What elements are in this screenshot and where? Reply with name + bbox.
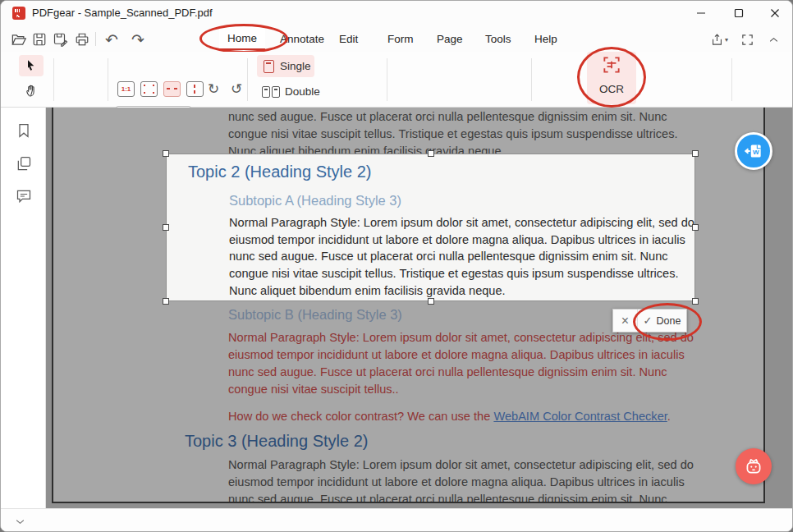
actual-size-button[interactable]: 1:1: [117, 81, 135, 97]
collapse-toolbar-button[interactable]: [764, 30, 782, 48]
subtopic-b-heading: Subtopic B (Heading Style 3): [228, 307, 402, 323]
text-line: eiusmod tempor incididunt ut labore et d…: [228, 346, 694, 364]
quick-print-button[interactable]: [73, 30, 91, 48]
selection-handle-se[interactable]: [692, 298, 699, 305]
maximize-button[interactable]: [720, 1, 757, 25]
rotate-cw-icon: ↻: [208, 80, 219, 97]
robot-icon: [743, 456, 764, 477]
check-icon: ✓: [644, 314, 653, 327]
cursor-arrow-icon: [25, 59, 38, 72]
fullscreen-icon: [740, 33, 754, 47]
minimize-icon: [696, 8, 706, 18]
subtopic-a-heading: Subtopic A (Heading Style 3): [229, 193, 401, 209]
fit-width-button[interactable]: [163, 81, 181, 97]
text-line: congue nisi vitae suscipit tellus..: [228, 381, 694, 398]
topic-2-heading: Topic 2 (Heading Style 2): [188, 163, 371, 181]
text-line: nunc sed augue. Fusce ut placerat orci n…: [228, 491, 694, 503]
selection-handle-w[interactable]: [163, 224, 169, 231]
webaim-link[interactable]: WebAIM Color Contrast Checker: [493, 410, 667, 423]
rotate-ccw-icon: ↺: [231, 80, 242, 97]
thumbnails-panel-button[interactable]: [16, 155, 32, 172]
selection-handle-e[interactable]: [692, 224, 699, 231]
hand-tool-button[interactable]: [19, 80, 44, 101]
undo-icon: ↶: [105, 30, 118, 48]
fit-page-button[interactable]: [140, 81, 158, 97]
select-tool-button[interactable]: [19, 55, 44, 76]
maximize-icon: [734, 8, 744, 18]
tab-tools[interactable]: Tools: [477, 27, 520, 50]
selection-handle-n[interactable]: [428, 150, 434, 157]
divider: [531, 58, 532, 101]
open-file-button[interactable]: [9, 30, 27, 48]
selection-handle-s[interactable]: [428, 298, 434, 305]
ocr-cancel-button[interactable]: ×: [613, 310, 638, 332]
document-canvas[interactable]: nunc sed augue. Fusce ut placerat orci n…: [46, 108, 793, 508]
text-line: congue nisi vitae suscipit tellus. Trist…: [229, 265, 694, 282]
single-page-icon: [264, 60, 274, 73]
ocr-confirm-popup: × ✓ Done: [612, 309, 687, 332]
text-line: Normal Paragraph Style: Lorem ipsum dolo…: [228, 456, 694, 474]
collapse-sidebar-button[interactable]: [11, 513, 29, 530]
share-button[interactable]: ▾: [710, 30, 728, 48]
ocr-selection-region[interactable]: Topic 2 (Heading Style 2) Subtopic A (He…: [166, 154, 695, 301]
pdfgear-logo-icon: [12, 7, 25, 20]
printer-icon: [75, 32, 89, 47]
fullscreen-button[interactable]: [738, 30, 756, 48]
status-bar: 3/3 − 107% +: [1, 508, 793, 532]
rotate-clockwise-button[interactable]: ↻: [204, 80, 222, 98]
divider: [247, 58, 248, 101]
ocr-done-button[interactable]: ✓ Done: [638, 314, 686, 327]
pages-icon: [16, 155, 32, 172]
bookmarks-panel-button[interactable]: [16, 122, 32, 139]
selection-handle-nw[interactable]: [163, 150, 169, 157]
save-as-icon: [53, 32, 68, 47]
dimmed-paragraph-bottom: Normal Paragraph Style: Lorem ipsum dolo…: [228, 456, 694, 503]
text-line: Normal Paragraph Style: Lorem ipsum dolo…: [229, 214, 694, 232]
save-as-button[interactable]: [52, 30, 70, 48]
ai-assistant-fab[interactable]: [736, 448, 772, 484]
redo-button[interactable]: ↷: [129, 30, 147, 48]
window-title: PDFgear - Sample_Scanned_PDF.pdf: [32, 7, 213, 19]
chevron-down-icon: [14, 516, 26, 528]
menu-row: ↶ ↷ Home Annotate Edit Form Page Tools H…: [1, 25, 793, 52]
svg-text:W: W: [753, 149, 759, 156]
selection-handle-ne[interactable]: [692, 150, 699, 157]
close-button[interactable]: [756, 1, 793, 25]
selection-handle-sw[interactable]: [163, 298, 169, 305]
divider: [731, 58, 732, 101]
fit-height-button[interactable]: [186, 81, 204, 97]
contrast-sentence: How do we check color contrast? We can u…: [228, 408, 671, 425]
save-button[interactable]: [30, 30, 48, 48]
minimize-button[interactable]: [682, 1, 719, 25]
caret-down-icon: ▾: [725, 36, 728, 44]
open-folder-icon: [11, 32, 26, 48]
word-convert-icon: W: [743, 140, 764, 162]
double-page-button[interactable]: Double: [255, 80, 319, 103]
redo-icon: ↷: [131, 30, 144, 48]
tab-home[interactable]: Home: [219, 27, 265, 50]
tab-annotate[interactable]: Annotate: [272, 27, 332, 50]
divider: [108, 58, 108, 101]
tab-help[interactable]: Help: [526, 27, 566, 50]
tab-form[interactable]: Form: [379, 27, 422, 50]
text-line: nunc sed augue. Fusce ut placerat orci n…: [228, 108, 678, 126]
text-line: congue nisi vitae suscipit tellus. Trist…: [228, 126, 678, 143]
pdf-page: nunc sed augue. Fusce ut placerat orci n…: [52, 108, 765, 503]
main-toolbar: Print 107% − + 1:1 ↻ ↺ Single: [1, 52, 793, 108]
left-sidebar: [1, 108, 46, 508]
tab-page[interactable]: Page: [429, 27, 471, 50]
convert-to-word-fab[interactable]: W: [735, 132, 772, 170]
text-line: eiusmod tempor incididunt ut labore et d…: [229, 232, 694, 249]
share-icon: [710, 32, 724, 48]
ocr-button[interactable]: OCR: [587, 52, 636, 104]
save-icon: [32, 32, 47, 47]
divider: [53, 58, 54, 101]
divider: [387, 58, 387, 101]
single-page-button[interactable]: Single: [257, 55, 314, 77]
undo-button[interactable]: ↶: [103, 30, 121, 48]
comments-panel-button[interactable]: [16, 188, 32, 204]
tab-edit[interactable]: Edit: [331, 27, 366, 50]
chevron-up-icon: [768, 34, 780, 46]
comment-icon: [16, 188, 32, 204]
rotate-counterclockwise-button[interactable]: ↺: [227, 80, 245, 98]
